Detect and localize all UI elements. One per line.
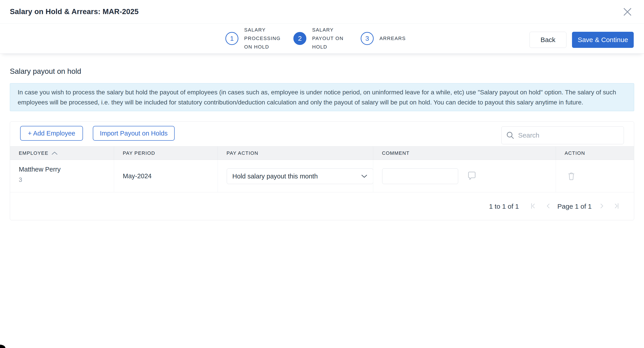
step-3-circle: 3 bbox=[361, 32, 374, 45]
step-salary-processing-on-hold[interactable]: 1 SALARY PROCESSING ON HOLD bbox=[226, 24, 286, 54]
step-arrears[interactable]: 3 ARREARS bbox=[361, 24, 406, 54]
close-icon bbox=[623, 7, 632, 17]
previous-page-button[interactable] bbox=[546, 203, 551, 210]
save-continue-button[interactable]: Save & Continue bbox=[572, 32, 634, 48]
column-header-action-label: ACTION bbox=[564, 150, 585, 156]
search-box[interactable] bbox=[501, 126, 624, 144]
last-page-button[interactable] bbox=[613, 203, 620, 210]
step-salary-payout-on-hold[interactable]: 2 SALARY PAYOUT ON HOLD bbox=[294, 24, 350, 54]
comment-bubble-button[interactable] bbox=[466, 170, 478, 182]
step-3-label: ARREARS bbox=[380, 34, 406, 43]
stepper-bar: 1 SALARY PROCESSING ON HOLD 2 SALARY PAY… bbox=[0, 23, 644, 54]
back-button[interactable]: Back bbox=[530, 32, 566, 48]
column-header-pay-action-label: PAY ACTION bbox=[226, 150, 258, 156]
delete-row-button[interactable] bbox=[566, 171, 577, 182]
search-icon bbox=[506, 131, 514, 140]
chevron-left-icon bbox=[546, 203, 551, 210]
pagination: 1 to 1 of 1 Page 1 of 1 bbox=[489, 192, 620, 220]
column-header-comment[interactable]: COMMENT bbox=[373, 146, 556, 160]
pay-period-cell: May-2024 bbox=[114, 160, 218, 192]
column-header-action[interactable]: ACTION bbox=[556, 146, 634, 160]
table-row: Matthew Perry 3 May-2024 Hold salary pay… bbox=[10, 160, 634, 192]
chevron-down-icon bbox=[361, 174, 368, 178]
column-header-pay-period[interactable]: PAY PERIOD bbox=[114, 146, 218, 160]
pay-action-cell: Hold salary payout this month bbox=[218, 160, 373, 192]
page-title: Salary payout on hold bbox=[10, 67, 81, 76]
comment-input[interactable] bbox=[382, 168, 458, 184]
comment-cell bbox=[373, 160, 556, 192]
add-employee-button[interactable]: + Add Employee bbox=[20, 126, 83, 141]
pay-period-value: May-2024 bbox=[123, 172, 152, 180]
column-header-employee[interactable]: EMPLOYEE bbox=[10, 146, 114, 160]
employee-name: Matthew Perry bbox=[19, 166, 60, 173]
pagination-range: 1 to 1 of 1 bbox=[489, 203, 519, 210]
first-page-icon bbox=[530, 203, 536, 210]
last-page-icon bbox=[613, 203, 620, 210]
speech-bubble-icon bbox=[467, 171, 477, 182]
info-banner: In case you wish to process the salary b… bbox=[10, 83, 634, 111]
column-header-pay-action[interactable]: PAY ACTION bbox=[218, 146, 373, 160]
action-cell bbox=[556, 160, 634, 192]
close-button[interactable] bbox=[622, 7, 633, 18]
screen-corner-artifact bbox=[0, 345, 5, 348]
next-page-button[interactable] bbox=[599, 203, 605, 210]
pay-action-select[interactable]: Hold salary payout this month bbox=[227, 168, 373, 184]
first-page-button[interactable] bbox=[530, 203, 536, 210]
info-banner-text: In case you wish to process the salary b… bbox=[18, 89, 616, 106]
trash-icon bbox=[567, 171, 576, 182]
salary-hold-modal: Salary on Hold & Arrears: MAR-2025 1 SAL… bbox=[0, 0, 644, 348]
table-header: EMPLOYEE PAY PERIOD PAY ACTION COMMENT A… bbox=[10, 146, 634, 160]
payout-hold-card: + Add Employee Import Payout on Holds EM… bbox=[10, 122, 634, 220]
column-header-employee-label: EMPLOYEE bbox=[19, 150, 48, 156]
column-header-pay-period-label: PAY PERIOD bbox=[123, 150, 155, 156]
chevron-right-icon bbox=[599, 203, 605, 210]
sort-ascending-icon bbox=[52, 151, 58, 155]
employee-id: 3 bbox=[19, 176, 22, 184]
modal-titlebar: Salary on Hold & Arrears: MAR-2025 bbox=[0, 0, 644, 23]
import-payout-button[interactable]: Import Payout on Holds bbox=[93, 126, 175, 141]
employee-cell: Matthew Perry 3 bbox=[10, 160, 114, 192]
step-1-circle: 1 bbox=[226, 32, 238, 45]
step-1-label: SALARY PROCESSING ON HOLD bbox=[244, 26, 286, 51]
modal-title: Salary on Hold & Arrears: MAR-2025 bbox=[10, 8, 139, 16]
step-2-circle: 2 bbox=[294, 32, 306, 45]
pay-action-selected-value: Hold salary payout this month bbox=[232, 173, 318, 180]
pagination-page-label: Page 1 of 1 bbox=[558, 203, 592, 210]
search-input[interactable] bbox=[518, 132, 619, 139]
column-header-comment-label: COMMENT bbox=[382, 150, 410, 156]
step-2-label: SALARY PAYOUT ON HOLD bbox=[312, 26, 350, 51]
